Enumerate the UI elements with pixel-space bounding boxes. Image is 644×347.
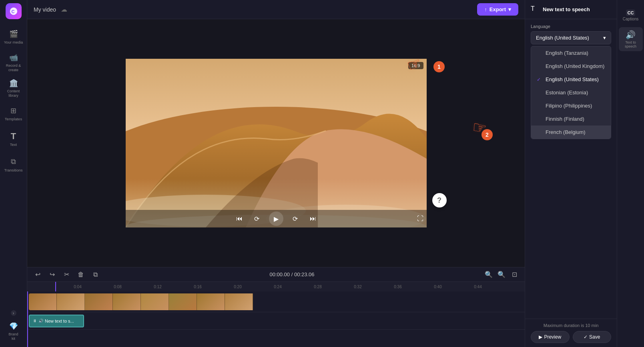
captions-icon: CC (626, 10, 636, 16)
max-duration-text: Maximum duration is 10 min (531, 323, 611, 328)
video-clip[interactable] (29, 293, 256, 310)
right-panel-header: T New text to speech (525, 0, 617, 19)
language-dropdown: English (Tanzania) English (United Kingd… (531, 46, 611, 139)
help-button[interactable]: ? (432, 193, 447, 207)
delete-button[interactable]: 🗑 (75, 269, 86, 280)
tts-header-icon: T (531, 5, 540, 14)
cut-button[interactable]: ✂ (61, 269, 72, 280)
dropdown-item-finnish[interactable]: Finnish (Finland) (531, 112, 611, 126)
preview-play-icon: ▶ (539, 334, 542, 340)
sidebar-item-your-media[interactable]: 🎬 Your media (2, 25, 26, 49)
audio-clip-speaker-icon: 🔊 (38, 319, 43, 323)
brand-kit-icon: 💎 (9, 321, 18, 331)
language-section: Language English (United States) ▾ (525, 19, 617, 44)
annotation-badge-2: 2 (481, 129, 493, 140)
panel-title: New text to speech (543, 6, 611, 12)
preview-button[interactable]: ▶ Preview (531, 331, 570, 343)
aspect-ratio-badge: 16:9 (408, 62, 423, 69)
ruler-mark: 0:32 (338, 285, 378, 289)
save-check-icon: ✓ (584, 334, 588, 340)
timeline-tracks: ⏸ 🔊 New text to s... (27, 291, 525, 347)
your-media-icon: 🎬 (9, 29, 18, 39)
record-create-icon: 📹 (9, 53, 18, 62)
save-button[interactable]: ✓ Save (573, 331, 612, 343)
dropdown-item-french-belgium[interactable]: French (Belgium) (531, 126, 611, 139)
right-panel-footer: Maximum duration is 10 min ▶ Preview ✓ S… (525, 319, 617, 347)
topbar: My video ☁ ↑ Export ▾ (27, 0, 525, 19)
ruler-mark: 0:20 (218, 285, 258, 289)
ruler-mark: 0:04 (58, 285, 98, 289)
sidebar: C 🎬 Your media 📹 Record &create 🏛️ Conte… (0, 0, 27, 347)
language-select-box[interactable]: English (United States) ▾ (531, 31, 611, 44)
timeline-toolbar: ↩ ↪ ✂ 🗑 ⧉ 00:00.00 / 00:23.06 🔍 🔍 ⊡ (27, 267, 525, 282)
export-button[interactable]: ↑ Export ▾ (477, 3, 518, 16)
main-area: My video ☁ ↑ Export ▾ (27, 0, 525, 347)
dropdown-item-english-uk[interactable]: English (United Kingdom) (531, 60, 611, 73)
svg-text:C: C (11, 9, 14, 14)
zoom-out-button[interactable]: 🔍 (483, 269, 494, 280)
audio-track-row: ⏸ 🔊 New text to s... (27, 312, 525, 330)
export-icon: ↑ (484, 6, 487, 12)
annotation-badge-1: 1 (433, 61, 445, 72)
play-button[interactable]: ▶ (269, 211, 283, 226)
ruler-mark: 0:08 (98, 285, 138, 289)
language-label: Language (531, 24, 611, 29)
timeline-content: ⏸ 🔊 New text to s... (27, 291, 525, 347)
ruler-mark: 0:28 (298, 285, 338, 289)
audio-clip-pause-icon: ⏸ (33, 319, 37, 323)
sidebar-item-templates[interactable]: ⊞ Templates (2, 102, 26, 126)
audio-clip[interactable]: ⏸ 🔊 New text to s... (29, 315, 84, 327)
ruler-mark: 0:36 (378, 285, 418, 289)
text-icon: T (9, 132, 18, 141)
right-icon-text-to-speech[interactable]: 🔊 Text tospeech (619, 27, 643, 51)
duplicate-button[interactable]: ⧉ (90, 269, 101, 280)
check-icon: ✓ (537, 77, 542, 82)
ruler-mark: 0:12 (138, 285, 178, 289)
right-icons-panel: CC Captions 🔊 Text tospeech (617, 0, 644, 347)
right-icon-captions[interactable]: CC Captions (619, 3, 643, 27)
dropdown-item-filipino[interactable]: Filipino (Philippines) (531, 99, 611, 112)
preview-area: 16:9 ⏮ ⟳ ▶ ⟳ ⏭ ⛶ ? ☞ 1 ☞ 2 (27, 19, 525, 267)
dropdown-item-english-us[interactable]: ✓ English (United States) (531, 73, 611, 86)
timeline-time: 00:00.00 / 00:23.06 (104, 271, 480, 277)
ruler-mark: 0:40 (418, 285, 458, 289)
rewind-button[interactable]: ⟳ (251, 213, 263, 224)
timeline-area: ↩ ↪ ✂ 🗑 ⧉ 00:00.00 / 00:23.06 🔍 🔍 ⊡ 0:04… (27, 267, 525, 347)
save-cloud-icon: ☁ (61, 6, 67, 13)
content-library-icon: 🏛️ (9, 78, 18, 88)
text-to-speech-icon: 🔊 (626, 30, 636, 40)
undo-button[interactable]: ↩ (32, 269, 43, 280)
video-controls: ⏮ ⟳ ▶ ⟳ ⏭ ⛶ (126, 210, 427, 227)
sidebar-item-record-create[interactable]: 📹 Record &create (2, 50, 26, 74)
ruler-mark: 0:24 (258, 285, 298, 289)
skip-back-button[interactable]: ⏮ (234, 213, 245, 224)
video-frame: 16:9 ⏮ ⟳ ▶ ⟳ ⏭ ⛶ (126, 59, 427, 227)
transitions-icon: ⧉ (9, 157, 18, 167)
video-track-row (27, 291, 525, 312)
sidebar-item-content-library[interactable]: 🏛️ Contentlibrary (2, 76, 26, 100)
skip-forward-button[interactable]: ⏭ (307, 213, 319, 224)
footer-buttons: ▶ Preview ✓ Save (531, 331, 611, 343)
export-chevron-icon: ▾ (508, 6, 511, 12)
audio-clip-label: New text to s... (45, 319, 80, 323)
select-chevron-icon: ▾ (603, 35, 606, 41)
app-logo[interactable]: C (6, 3, 22, 19)
sidebar-item-brand-kit[interactable]: 💎 Brandkit (2, 319, 26, 343)
zoom-in-button[interactable]: 🔍 (496, 269, 507, 280)
right-panel: T New text to speech Language English (U… (525, 0, 617, 347)
sidebar-item-text[interactable]: T Text (2, 127, 26, 151)
sidebar-item-transitions[interactable]: ⧉ Transitions (2, 153, 26, 177)
fullscreen-button[interactable]: ⛶ (417, 215, 423, 222)
timeline-ruler: 0:04 0:08 0:12 0:16 0:20 0:24 0:28 0:32 … (27, 282, 525, 291)
project-title: My video (34, 6, 56, 13)
templates-icon: ⊞ (9, 106, 18, 116)
fit-button[interactable]: ⊡ (509, 269, 520, 280)
dropdown-item-estonian[interactable]: Estonian (Estonia) (531, 86, 611, 99)
fast-forward-button[interactable]: ⟳ (290, 213, 301, 224)
ruler-mark: 0:16 (178, 285, 218, 289)
ruler-mark: 0:44 (458, 285, 498, 289)
sidebar-collapse-btn[interactable]: › (11, 310, 16, 316)
zoom-controls: 🔍 🔍 ⊡ (483, 269, 520, 280)
redo-button[interactable]: ↪ (46, 269, 58, 280)
dropdown-item-english-tanzania[interactable]: English (Tanzania) (531, 46, 611, 60)
